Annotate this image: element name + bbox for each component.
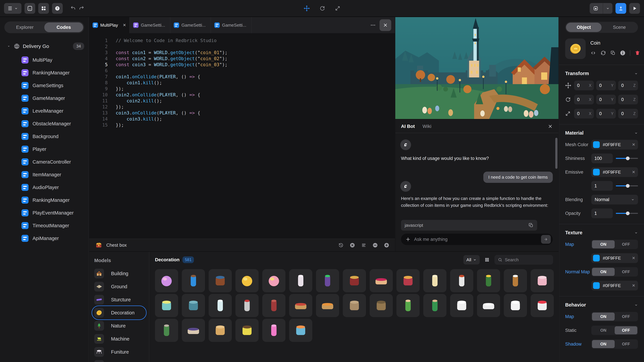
emissive-slider[interactable] <box>616 181 638 191</box>
send-button[interactable] <box>541 235 551 244</box>
asset-coffee-mug[interactable] <box>236 319 258 342</box>
sidebar-tab-codes[interactable]: Codes <box>44 22 83 32</box>
toggle-off[interactable]: OFF <box>615 326 637 334</box>
toggle-on[interactable]: ON <box>592 340 615 348</box>
sidebar-item-background[interactable]: Background <box>0 130 88 143</box>
category-ground[interactable]: Ground <box>89 280 149 293</box>
category-sturcture[interactable]: Sturcture <box>89 293 149 306</box>
asset-skull-candle[interactable] <box>155 294 178 317</box>
texture-map-color[interactable]: #0F9FFE ✕ <box>591 253 638 263</box>
filter-dropdown[interactable]: All <box>464 255 480 265</box>
category-funiture[interactable]: Funiture <box>89 346 149 359</box>
tab-overflow-button[interactable] <box>370 22 376 28</box>
asset-anglerfish[interactable] <box>182 294 205 317</box>
shininess-slider[interactable] <box>616 153 638 163</box>
emissive-value[interactable]: 1 <box>591 181 613 191</box>
toggle-on[interactable]: ON <box>592 240 615 248</box>
sidebar-item-timeoutmanager[interactable]: TimeoutManager <box>0 219 88 232</box>
emissive-color-input[interactable]: #0F9FFE ✕ <box>591 167 638 177</box>
transform-move-z[interactable]: 0Z <box>618 81 638 90</box>
publish-button[interactable] <box>616 3 626 14</box>
sidebar-item-levelmanager[interactable]: LevelManager <box>0 105 88 117</box>
category-machine[interactable]: Machine <box>89 332 149 346</box>
sidebar-item-cameracontroller[interactable]: CameraController <box>0 156 88 168</box>
asset-water-jug[interactable] <box>531 294 554 317</box>
toggle-on[interactable]: ON <box>592 313 615 321</box>
sync-icon[interactable] <box>600 50 606 56</box>
sidebar-item-gamesettings[interactable]: GameSettings <box>0 79 88 92</box>
asset-plant-vase[interactable] <box>316 269 339 292</box>
save-split-button[interactable] <box>590 3 612 14</box>
asset-sign-post[interactable] <box>236 294 258 317</box>
asset-donut[interactable] <box>262 269 286 292</box>
minus-circle-icon[interactable] <box>372 243 378 248</box>
copy-icon[interactable] <box>528 223 534 228</box>
main-menu-button[interactable] <box>4 3 22 14</box>
tab-wiki[interactable]: Wiki <box>422 124 431 129</box>
transform-scale-y[interactable]: 0Y <box>596 109 616 118</box>
plus-circle-icon[interactable] <box>384 243 389 248</box>
sidebar-item-player[interactable]: Player <box>0 143 88 156</box>
object-thumbnail[interactable] <box>565 38 586 59</box>
sidebar-item-itemmanager[interactable]: ItemManager <box>0 168 88 181</box>
transform-move-y[interactable]: 0Y <box>596 81 616 90</box>
asset-kettle[interactable] <box>450 294 473 317</box>
sidebar-item-playeventmanager[interactable]: PlayEventManager <box>0 206 88 219</box>
mesh-color-input[interactable]: #0F9FFE ✕ <box>591 140 638 149</box>
help-button[interactable]: ? <box>52 3 63 14</box>
asset-fire-hydrant[interactable] <box>262 294 286 317</box>
category-decoration[interactable]: Decoration <box>89 306 149 319</box>
category-nature[interactable]: Nature <box>89 319 149 332</box>
texture-section-header[interactable]: Texture <box>565 230 638 236</box>
behavior-section-header[interactable]: Behavior <box>565 302 638 308</box>
asset-wooden-frame[interactable] <box>209 319 232 342</box>
color-swatch[interactable] <box>593 255 600 261</box>
asset-round-table[interactable] <box>289 269 312 292</box>
transform-rotate-y[interactable]: 0Y <box>596 95 616 104</box>
blocks-button[interactable] <box>38 3 49 14</box>
asset-red-chest[interactable] <box>396 269 420 292</box>
color-swatch[interactable] <box>593 282 600 289</box>
toggle-off[interactable]: OFF <box>615 313 637 321</box>
category-foods[interactable]: Foods <box>89 359 149 362</box>
clear-icon[interactable]: ✕ <box>632 256 635 260</box>
history-icon[interactable] <box>338 243 344 248</box>
asset-cactus[interactable] <box>396 294 420 317</box>
toggle-off[interactable]: OFF <box>615 240 637 248</box>
clear-icon[interactable]: ✕ <box>632 170 635 174</box>
editor-tab-gamesetti[interactable]: GameSetti... <box>211 17 252 33</box>
asset-red-book[interactable] <box>343 269 366 292</box>
copy-icon[interactable] <box>610 50 616 55</box>
plus-icon[interactable] <box>405 237 411 242</box>
asset-banner[interactable] <box>182 269 205 292</box>
sidebar-tab-explorer[interactable]: Explorer <box>5 22 44 32</box>
redo-button[interactable] <box>79 5 84 11</box>
clear-icon[interactable]: ✕ <box>632 142 635 147</box>
rotate-tool-button[interactable] <box>320 5 325 11</box>
inspector-tab-object[interactable]: Object <box>566 23 602 32</box>
asset-milk-jug[interactable] <box>450 269 473 292</box>
clear-icon[interactable]: ✕ <box>632 283 635 288</box>
behavior-map-toggle[interactable]: ON OFF <box>591 312 638 321</box>
opacity-slider[interactable] <box>616 209 638 218</box>
texture-map-toggle[interactable]: ON OFF <box>591 240 638 249</box>
asset-pink-tulip[interactable] <box>262 319 286 342</box>
close-icon[interactable]: ✕ <box>123 23 126 27</box>
sidebar-item-gamemanager[interactable]: GameManager <box>0 92 88 105</box>
scale-tool-button[interactable] <box>335 6 340 11</box>
asset-frying-pan[interactable] <box>477 294 500 317</box>
play-button[interactable] <box>629 3 640 14</box>
sidebar-item-audioplayer[interactable]: AudioPlayer <box>0 181 88 194</box>
close-icon[interactable] <box>548 124 553 129</box>
editor-close-button[interactable] <box>380 19 391 31</box>
search-input[interactable]: Search <box>494 255 553 265</box>
save-options-button[interactable] <box>603 3 612 14</box>
grid-view-button[interactable] <box>484 257 490 263</box>
undo-button[interactable] <box>70 5 76 11</box>
chat-input[interactable]: Ask me anything <box>401 234 553 245</box>
material-section-header[interactable]: Material <box>565 130 638 136</box>
move-tool-button[interactable] <box>304 5 310 11</box>
editor-tab-multiplay[interactable]: MultiPlay✕ <box>89 17 130 33</box>
save-button[interactable] <box>590 3 602 14</box>
asset-clock[interactable] <box>504 269 527 292</box>
